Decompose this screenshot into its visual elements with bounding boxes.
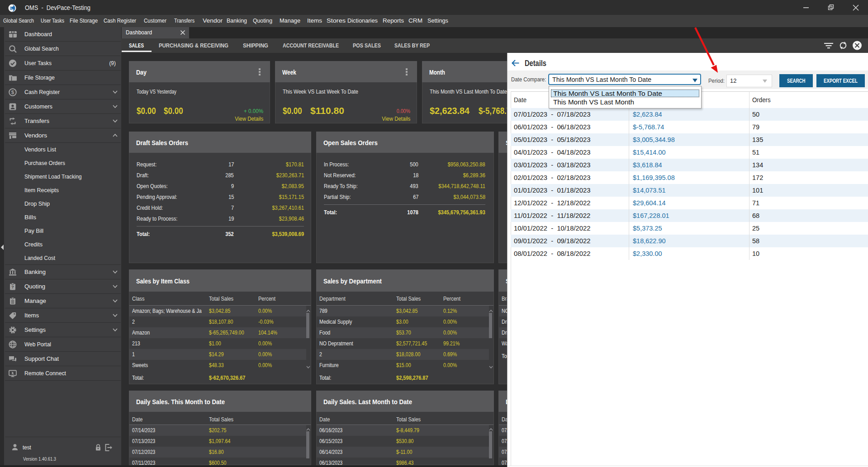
svg-text:$: $: [11, 90, 14, 95]
svg-text:?: ?: [11, 284, 14, 289]
